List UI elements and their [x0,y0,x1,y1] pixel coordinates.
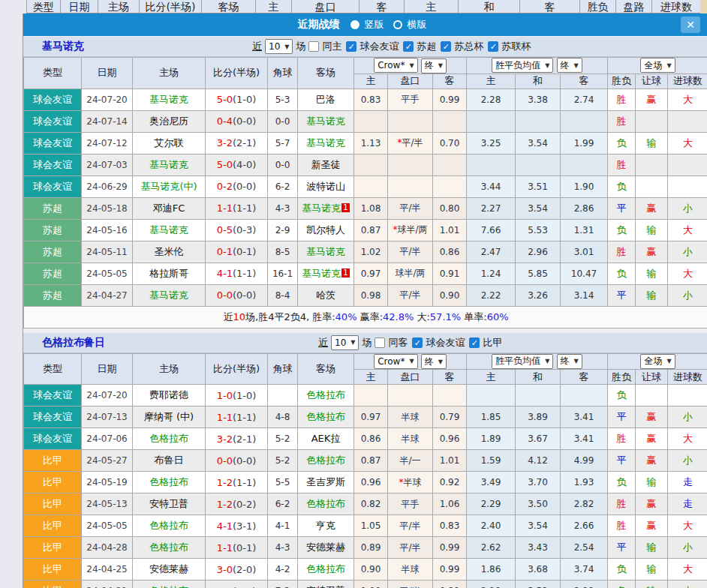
score-cell: 0-2(0-0) [206,176,268,197]
matches-label: 场 [362,336,372,350]
select-value: 终 [425,59,434,72]
summary-segment: 42.8% [383,311,414,322]
fulltime-score: 4-1 [217,520,233,532]
column-header: 进球数 [668,370,707,385]
match-type-cell: 球会友谊 [24,406,82,428]
recent-count-select[interactable]: 10▼ [265,39,293,54]
europe-away-odds: 2.86 [561,197,608,219]
match-type-cell: 比甲 [24,450,82,472]
halftime-score: (0-1) [233,246,256,257]
fulltime-score: 0-1 [217,586,233,588]
fulltime-score: 1-1 [217,202,233,214]
halftime-score: (0-0) [233,290,256,301]
europe-home-odds: 2.27 [467,197,516,219]
league-checkbox-3[interactable]: ✓ [441,41,451,52]
league-checkbox-2[interactable]: ✓ [403,41,414,52]
handicap-line: 平/半 [399,520,420,531]
odds-state-select[interactable]: 终▼ [421,354,447,369]
handicap-away-odds: 0.91 [433,262,467,284]
corner-cell: 5-2 [268,450,298,472]
select-value: 10 [335,338,346,348]
result-cell: 负 [608,472,636,494]
scope-group: 全场▼ [608,353,707,370]
column-header: 和 [516,74,561,88]
away-team-cell: AEK拉 [298,428,354,450]
background-header-cell: 类型 [27,0,61,14]
background-header-cell: 客 [360,0,405,14]
section-header: 基马诺克近10▼场同主✓球会友谊✓苏超✓苏总杯✓苏联杯 [23,37,707,57]
chevron-down-icon: ▼ [666,62,671,69]
europe-odds-select[interactable]: 胜平负均值▼ [492,354,553,369]
europe-draw-odds: 3.38 [516,88,561,110]
league-checkbox-2[interactable]: ✓ [469,338,480,348]
handicap-line-cell: 平/半 [388,197,433,219]
goals-result-cell: 走 [668,494,707,515]
same-venue-checkbox[interactable] [308,41,319,52]
league-checkbox-1[interactable]: ✓ [346,41,357,52]
handicap-result-cell: 赢 [636,241,668,262]
handicap-line-cell: *球半/两 [388,219,433,241]
handicap-home-odds: 1.02 [354,241,388,262]
handicap-result-cell: 输 [636,472,668,494]
handicap-line-cell: 球半/两 [388,262,433,284]
select-value: 全场 [644,355,662,368]
away-team-cell: 基马诺克1 [298,197,354,219]
odds-company-select[interactable]: Crow*▼ [374,354,417,369]
scope-select[interactable]: 全场▼ [640,58,675,73]
view-mode-radio-1[interactable] [350,20,360,29]
matches-label: 场 [296,40,305,53]
home-team-cell: 色格拉布 [133,515,206,537]
home-team-name: 色格拉布 [149,476,188,488]
corner-cell: 4-1 [268,515,298,537]
chevron-down-icon: ▼ [574,358,579,364]
column-header: 比分(半场) [206,58,268,89]
league-checkbox-label: 苏总杯 [454,40,483,53]
europe-away-odds: 3.41 [561,428,608,450]
goals-result-cell: 大 [668,262,707,284]
date-cell: 24-07-12 [82,132,133,154]
result-cell: 负 [608,559,636,580]
date-cell: 24-05-18 [82,197,133,219]
same-venue-checkbox[interactable] [375,338,385,348]
europe-home-odds: 3.49 [467,472,516,494]
europe-state-select[interactable]: 终▼ [557,354,582,369]
odds-company-select[interactable]: Crow*▼ [374,58,417,73]
score-cell: 0-5(0-3) [206,219,268,241]
match-type-cell: 比甲 [24,472,82,494]
europe-draw-odds: 3.50 [516,494,561,515]
corner-cell: 5-5 [268,472,298,494]
corner-cell: 7-2 [268,580,298,588]
away-team-cell: 哈茨 [298,284,354,306]
match-type-cell: 苏超 [24,284,82,306]
close-button[interactable]: ✕ [681,16,700,33]
home-team-name: 圣米伦 [155,246,184,257]
table-row: 比甲24-05-13安特卫普1-2(0-2)6-2色格拉布0.82平手1.062… [24,494,707,515]
table-row: 苏超24-04-27基马诺克0-0(0-0)8-4哈茨0.98平/半0.902.… [24,284,707,306]
view-mode-radio-2[interactable] [393,20,402,29]
summary-segment: 40% [335,311,357,322]
europe-away-odds: 10.47 [561,262,608,284]
home-team-name: 基马诺克 [149,290,188,301]
handicap-result-cell: 输 [636,262,668,284]
goals-result-cell [668,154,707,176]
home-team-name: 色格拉布 [149,585,188,588]
chevron-down-icon: ▼ [409,358,414,364]
handicap-line: 半球 [402,434,420,444]
fulltime-score: 0-0 [217,290,233,301]
league-checkbox-1[interactable]: ✓ [412,338,423,348]
away-team-name: 安德莱赫 [306,542,345,553]
date-cell: 24-07-14 [82,110,133,132]
recent-link[interactable]: 近 [318,336,328,350]
corner-cell: 0-0 [268,154,298,176]
recent-count-select[interactable]: 10▼ [331,335,359,350]
scope-select[interactable]: 全场▼ [640,354,675,369]
europe-draw-odds [516,154,561,176]
europe-state-select[interactable]: 终▼ [557,58,582,73]
europe-odds-select[interactable]: 胜平负均值▼ [492,58,553,73]
league-checkbox-4[interactable]: ✓ [488,41,498,52]
odds-state-select[interactable]: 终▼ [421,58,447,74]
recent-link[interactable]: 近 [252,40,262,53]
halftime-score: (2-1) [233,137,256,148]
halftime-score: (4-0) [233,159,256,170]
goals-result-cell: 小 [668,580,707,588]
